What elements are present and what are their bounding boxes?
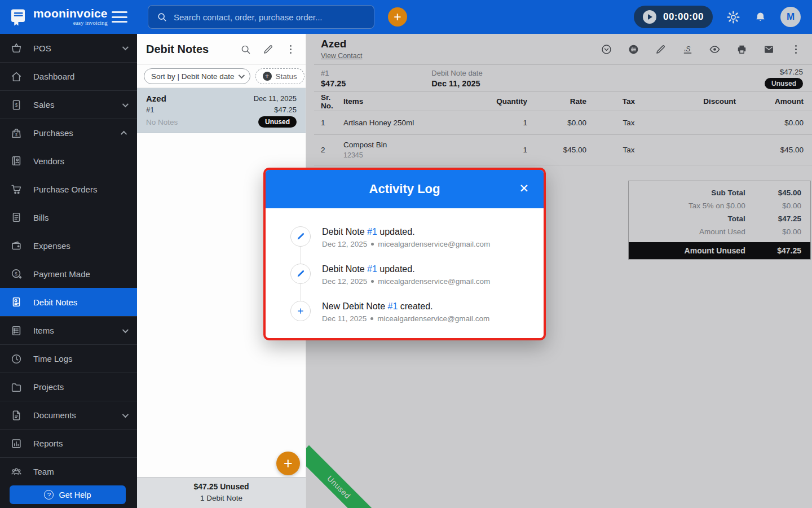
status-filter-chip[interactable]: + Status bbox=[255, 68, 304, 84]
global-search-input[interactable]: Search contact, order, purchase order... bbox=[148, 5, 374, 29]
sidebar-item-reports[interactable]: Reports bbox=[0, 429, 137, 457]
search-placeholder: Search contact, order, purchase order... bbox=[174, 12, 322, 22]
edit-icon[interactable] bbox=[262, 43, 274, 55]
activity-entry: Debit Note #1 updated.Dec 12, 2025miceal… bbox=[290, 264, 544, 286]
list-item-date: Dec 11, 2025 bbox=[254, 94, 297, 103]
debit-note-icon bbox=[9, 296, 24, 308]
avatar[interactable]: M bbox=[780, 7, 801, 27]
svg-text:$: $ bbox=[15, 132, 17, 136]
timer-widget[interactable]: 00:00:00 bbox=[634, 6, 713, 28]
search-icon[interactable] bbox=[240, 43, 251, 55]
brand-logo[interactable]: mooninvoice easy invoicing bbox=[0, 7, 105, 27]
list-item-contact: Azed bbox=[146, 94, 166, 103]
sidebar-item-bills[interactable]: Bills bbox=[0, 203, 137, 231]
debit-note-list-item[interactable]: Azed Dec 11, 2025 #1 $47.25 No Notes Unu… bbox=[137, 88, 306, 133]
purchases-bag-icon: $ bbox=[9, 127, 24, 139]
sidebar-item-debit-notes[interactable]: Debit Notes bbox=[0, 288, 137, 316]
sort-by-chip[interactable]: Sort by | Debit Note date bbox=[144, 68, 250, 84]
sidebar-item-team[interactable]: Team bbox=[0, 457, 137, 485]
cart-icon bbox=[9, 183, 24, 195]
bullet-icon bbox=[371, 280, 374, 283]
activity-log-modal: Activity Log ✕ Debit Note #1 updated.Dec… bbox=[263, 168, 546, 340]
more-icon[interactable] bbox=[285, 43, 297, 55]
footer-count: 1 Debit Note bbox=[137, 494, 306, 502]
list-item-number: #1 bbox=[146, 106, 154, 114]
top-bar: mooninvoice easy invoicing Search contac… bbox=[0, 0, 812, 34]
activity-entry: New Debit Note #1 created.Dec 11, 2025mi… bbox=[290, 301, 544, 323]
search-icon bbox=[156, 11, 167, 23]
debit-note-link[interactable]: #1 bbox=[367, 264, 377, 274]
help-icon: ? bbox=[44, 490, 54, 500]
footer-unused-total: $47.25 Unused bbox=[137, 482, 306, 491]
items-list-icon bbox=[9, 325, 24, 337]
folder-icon bbox=[9, 381, 24, 393]
modal-title: Activity Log bbox=[369, 182, 440, 196]
sidebar-item-pos[interactable]: POS bbox=[0, 34, 137, 62]
bell-icon[interactable] bbox=[754, 11, 767, 24]
sidebar-item-documents[interactable]: Documents bbox=[0, 401, 137, 429]
team-icon bbox=[9, 466, 24, 478]
status-badge: Unused bbox=[258, 116, 297, 128]
pencil-icon bbox=[290, 264, 311, 284]
circle-plus-icon: + bbox=[263, 72, 272, 81]
list-item-notes: No Notes bbox=[146, 118, 178, 126]
vendors-book-icon bbox=[9, 155, 24, 167]
moon-invoice-app: mooninvoice easy invoicing Search contac… bbox=[0, 0, 812, 508]
wallet-icon bbox=[9, 239, 24, 252]
payment-dollar-icon: $ bbox=[9, 268, 24, 280]
bills-doc-icon bbox=[9, 211, 24, 224]
timer-value: 00:00:00 bbox=[663, 11, 704, 23]
chevron-up-icon bbox=[121, 130, 127, 137]
debit-note-link[interactable]: #1 bbox=[367, 227, 377, 237]
svg-text:$: $ bbox=[15, 271, 17, 277]
sidebar-item-items[interactable]: Items bbox=[0, 316, 137, 344]
plus-circle-icon bbox=[290, 301, 311, 321]
reports-chart-icon bbox=[9, 437, 24, 450]
home-icon bbox=[9, 71, 24, 83]
debit-note-link[interactable]: #1 bbox=[388, 301, 398, 311]
sidebar-item-sales[interactable]: $Sales bbox=[0, 90, 137, 119]
sidebar-item-vendors[interactable]: Vendors bbox=[0, 147, 137, 175]
svg-text:$: $ bbox=[15, 102, 18, 107]
brand-name: mooninvoice bbox=[33, 7, 108, 19]
bullet-icon bbox=[370, 317, 373, 320]
gear-icon[interactable] bbox=[726, 10, 740, 24]
sidebar-item-payment-made[interactable]: $Payment Made bbox=[0, 260, 137, 288]
chevron-down-icon bbox=[122, 44, 129, 50]
pencil-icon bbox=[290, 226, 311, 247]
add-debit-note-fab[interactable]: + bbox=[276, 452, 300, 475]
close-icon[interactable]: ✕ bbox=[519, 182, 529, 194]
sidebar-item-time-logs[interactable]: Time Logs bbox=[0, 344, 137, 373]
chevron-down-icon bbox=[122, 326, 129, 332]
clock-icon bbox=[9, 353, 24, 365]
chevron-down-icon bbox=[122, 100, 129, 107]
activity-entry: Debit Note #1 updated.Dec 12, 2025miceal… bbox=[290, 226, 544, 248]
menu-icon[interactable] bbox=[112, 11, 127, 23]
sidebar-item-dashboard[interactable]: Dashboard bbox=[0, 62, 137, 90]
sidebar-item-purchase-orders[interactable]: Purchase Orders bbox=[0, 175, 137, 203]
brand-tagline: easy invoicing bbox=[33, 20, 108, 27]
get-help-button[interactable]: ? Get Help bbox=[10, 485, 126, 504]
bullet-icon bbox=[371, 243, 374, 246]
pos-basket-icon bbox=[9, 42, 24, 54]
list-panel-title: Debit Notes bbox=[146, 43, 209, 56]
list-footer: $47.25 Unused 1 Debit Note bbox=[137, 477, 306, 508]
mooninvoice-logo-icon bbox=[8, 7, 28, 27]
quick-add-button[interactable]: + bbox=[388, 7, 407, 27]
play-icon[interactable] bbox=[643, 10, 656, 24]
sidebar-item-expenses[interactable]: Expenses bbox=[0, 231, 137, 260]
document-icon bbox=[9, 409, 24, 422]
sales-doc-icon: $ bbox=[9, 99, 24, 111]
list-item-amount: $47.25 bbox=[274, 106, 297, 114]
chevron-down-icon bbox=[238, 72, 244, 78]
sidebar-item-projects[interactable]: Projects bbox=[0, 373, 137, 401]
sidebar: POSDashboard$Sales$PurchasesVendorsPurch… bbox=[0, 34, 137, 508]
sidebar-item-purchases[interactable]: $Purchases bbox=[0, 119, 137, 147]
chevron-down-icon bbox=[122, 411, 129, 417]
